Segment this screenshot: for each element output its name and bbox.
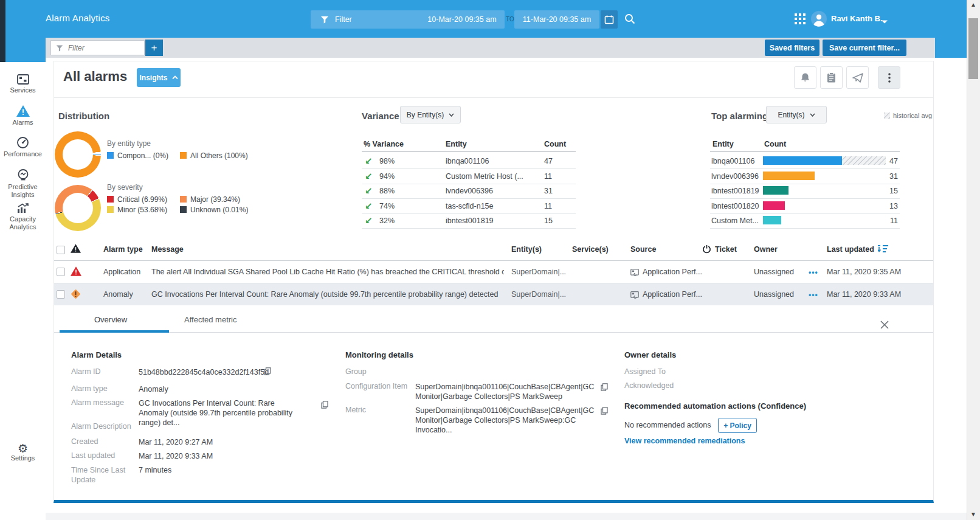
chevron-up-icon <box>172 75 178 80</box>
row-checkbox[interactable] <box>57 268 65 276</box>
variance-count: 15 <box>544 217 553 225</box>
variance-entity[interactable]: Custom Metric Host (... <box>446 172 523 181</box>
scroll-up-arrow[interactable]: ▲ <box>970 1 976 8</box>
alarm-message-value: GC Invocations Per Interval Count: Rare … <box>139 398 298 428</box>
close-icon[interactable] <box>880 321 889 331</box>
top-alarming-dropdown[interactable]: Entity(s) <box>766 106 827 123</box>
settings-gear-icon: ⚙ <box>18 442 28 455</box>
top-alarming-entity[interactable]: lvndev006396 <box>711 172 759 181</box>
date-to-field[interactable]: 11-Mar-20 09:35 am <box>514 10 599 29</box>
variance-dropdown-value: By Entity(s) <box>407 111 444 119</box>
alarm-message-cell[interactable]: The alert All Individual SGA Shared Pool… <box>151 268 504 276</box>
alarm-last-updated-cell: Mar 11, 2020 9:35 AM <box>827 268 901 276</box>
date-from-field[interactable]: 10-Mar-20 09:35 am <box>419 10 505 29</box>
sidebar-item-capacity-analytics[interactable]: Capacity Analytics <box>0 203 46 231</box>
last-updated-value: Mar 11, 2020 9:33 AM <box>139 451 213 461</box>
services-icon <box>17 78 29 86</box>
col-source[interactable]: Source <box>630 245 656 254</box>
distribution-title: Distribution <box>58 111 109 121</box>
col-last-updated[interactable]: Last updated <box>827 245 874 254</box>
variance-pct: 94% <box>379 172 395 181</box>
insights-label: Insights <box>139 74 167 82</box>
variance-entity[interactable]: ibnqa001106 <box>446 157 489 165</box>
row-actions-menu[interactable]: ••• <box>809 291 818 299</box>
configuration-item-label: Configuration Item <box>345 382 407 390</box>
top-alarming-count: 47 <box>880 157 898 165</box>
tab-overview[interactable]: Overview <box>94 315 127 324</box>
variance-trend-down-icon: ↙ <box>365 156 373 167</box>
alarm-id-label: Alarm ID <box>71 367 101 376</box>
tab-affected-metric[interactable]: Affected metric <box>184 315 236 324</box>
sort-descending-icon[interactable] <box>878 244 888 256</box>
notifications-bell-button[interactable] <box>794 66 816 89</box>
sidebar-item-alarms[interactable]: Alarms <box>0 105 46 127</box>
source-app-icon <box>630 268 639 279</box>
select-all-checkbox[interactable] <box>57 246 65 254</box>
calendar-button[interactable] <box>601 10 618 29</box>
alarm-source-cell: Application Perf... <box>643 268 702 276</box>
col-entity[interactable]: Entity(s) <box>511 245 542 254</box>
top-alarming-entity[interactable]: ibntest001820 <box>711 202 759 210</box>
no-recommended-actions-text: No recommended actions <box>624 420 711 430</box>
alarm-type-cell: Anomaly <box>103 290 133 299</box>
more-vert-icon <box>888 73 891 83</box>
row-divider <box>362 213 576 214</box>
send-button[interactable] <box>846 66 869 89</box>
insights-toggle-button[interactable]: Insights <box>137 68 181 87</box>
copy-icon[interactable] <box>601 406 608 417</box>
variance-dropdown[interactable]: By Entity(s) <box>400 106 461 123</box>
top-alarming-entity[interactable]: Custom Met... <box>711 217 759 225</box>
topbar-filter-button[interactable]: Filter <box>311 10 423 29</box>
sidebar-item-predictive-insights[interactable]: Predictive Insights <box>0 169 46 199</box>
save-current-filter-button[interactable]: Save current filter... <box>823 40 906 56</box>
scroll-down-arrow[interactable]: ▼ <box>970 511 976 518</box>
col-owner[interactable]: Owner <box>754 245 778 254</box>
avatar[interactable] <box>810 10 827 30</box>
count-bar <box>763 156 842 165</box>
count-bar <box>763 216 781 224</box>
predictive-insights-icon <box>17 175 29 182</box>
variance-pct: 32% <box>379 217 395 225</box>
alarms-icon <box>16 111 30 118</box>
copy-icon[interactable] <box>264 367 271 378</box>
variance-col-count: Count <box>544 140 566 148</box>
col-ticket[interactable]: Ticket <box>715 245 737 254</box>
copy-icon[interactable] <box>601 383 608 393</box>
variance-entity[interactable]: tas-scfld-n15e <box>446 202 494 210</box>
variance-entity[interactable]: ibntest001819 <box>446 217 494 225</box>
row-checkbox[interactable] <box>57 290 65 299</box>
top-alarming-entity[interactable]: ibntest001819 <box>711 187 759 195</box>
col-service[interactable]: Service(s) <box>572 245 609 254</box>
col-message[interactable]: Message <box>151 245 184 254</box>
scrollbar-thumb[interactable] <box>968 18 978 79</box>
sidebar-item-services[interactable]: Services <box>0 74 46 94</box>
col-alarm-type[interactable]: Alarm type <box>103 245 143 254</box>
alarm-owner-cell: Unassigned <box>754 290 794 299</box>
variance-entity[interactable]: lvndev006396 <box>446 187 493 195</box>
topbar-filter-label: Filter <box>335 15 352 24</box>
alarm-description-label: Alarm Description <box>71 422 131 431</box>
legend-swatch-major <box>180 196 187 203</box>
add-policy-button[interactable]: + Policy <box>718 418 757 433</box>
add-filter-button[interactable]: + <box>145 40 163 56</box>
calendar-icon <box>604 15 614 24</box>
alarm-message-cell[interactable]: GC Invocations Per Interval Count: Rare … <box>151 290 504 299</box>
user-menu-caret-icon[interactable] <box>882 16 888 27</box>
sidebar-item-performance[interactable]: Performance <box>0 137 46 158</box>
row-actions-menu[interactable]: ••• <box>809 268 818 277</box>
search-icon[interactable] <box>624 13 636 27</box>
top-alarming-entity[interactable]: ibnqa001106 <box>711 157 754 165</box>
alarm-message-label: Alarm message <box>71 398 124 407</box>
date-from-value: 10-Mar-20 09:35 am <box>427 15 496 24</box>
filter-input[interactable] <box>67 43 136 53</box>
saved-filters-button[interactable]: Saved filters <box>765 40 820 56</box>
view-remediations-link[interactable]: View recommended remediations <box>624 437 745 445</box>
user-name[interactable]: Ravi Kanth B. <box>831 14 883 23</box>
more-options-button[interactable] <box>878 66 900 89</box>
app-grid-icon[interactable] <box>795 13 806 27</box>
sidebar-item-settings[interactable]: ⚙ Settings <box>0 445 46 462</box>
copy-icon[interactable] <box>321 400 328 411</box>
report-clipboard-button[interactable] <box>820 66 843 89</box>
header-blue-right <box>935 38 967 58</box>
variance-pct: 98% <box>379 157 395 165</box>
